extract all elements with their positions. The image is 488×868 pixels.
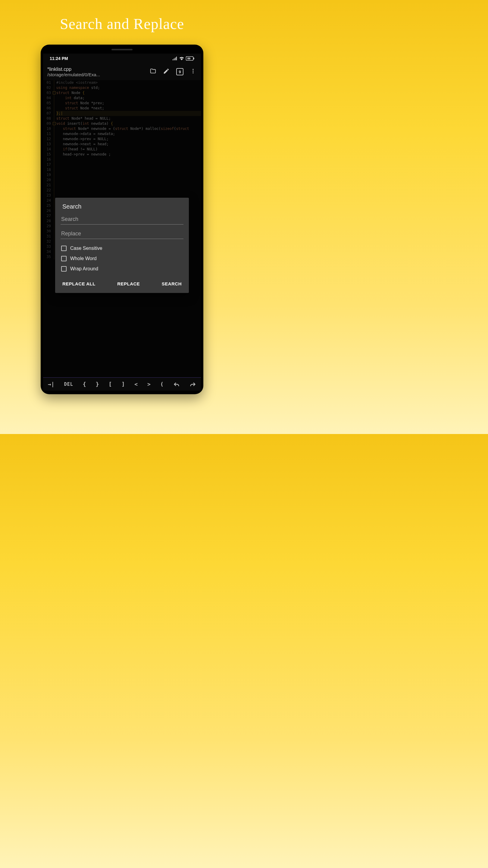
replace-all-button[interactable]: REPLACE ALL [61,279,97,289]
code-line[interactable] [56,193,201,198]
dialog-title: Search [61,203,184,210]
tab-key[interactable]: →| [46,380,56,389]
code-line[interactable]: struct Node *prev; [56,101,201,106]
case-sensitive-option[interactable]: Case Sensitive [61,243,184,253]
code-line[interactable] [56,173,201,178]
checkbox-icon [61,256,67,261]
code-line[interactable]: using namespace std; [56,85,201,90]
gt-key[interactable]: > [145,380,153,389]
lt-key[interactable]: < [133,380,139,389]
edit-icon[interactable] [163,68,170,76]
more-icon[interactable] [190,68,196,76]
symbol-toolbar: →| DEL { } [ ] < > ( [43,377,201,391]
code-line[interactable]: head->prev = newnode ; [56,152,201,157]
svg-point-3 [193,70,193,71]
wrap-around-option[interactable]: Wrap Around [61,264,184,274]
wifi-icon [179,57,184,60]
undo-icon[interactable] [171,380,182,388]
paren-open-key[interactable]: ( [158,380,165,389]
bracket-open-key[interactable]: [ [107,380,114,389]
code-line[interactable] [56,178,201,183]
brace-open-key[interactable]: { [81,380,88,389]
code-line[interactable] [56,157,201,162]
file-path: /storage/emulated/0/Exa... [47,72,150,77]
code-line[interactable]: newnode->prev = NULL; [56,136,201,142]
svg-point-4 [193,72,193,73]
checkbox-icon [61,246,67,251]
redo-icon[interactable] [188,380,198,388]
code-line[interactable]: #include <iostream> [56,80,201,85]
case-sensitive-label: Case Sensitive [70,246,102,251]
status-bar: 11:24 PM 89 [43,54,201,63]
code-line[interactable]: struct Node *next; [56,106,201,111]
folder-icon[interactable] [150,68,156,76]
battery-icon: 89 [186,56,194,61]
phone-frame: 11:24 PM 89 *linklist [41,44,203,394]
page-title: Search and Replace [60,15,184,33]
wrap-around-label: Wrap Around [70,266,98,272]
signal-icon [173,57,177,60]
code-editor[interactable]: 0102030405060708091011121314151617181920… [43,80,201,377]
code-line[interactable]: };| [56,111,201,116]
svg-point-2 [193,69,193,70]
svg-rect-1 [194,58,194,59]
tab-count[interactable]: 9 [176,68,184,75]
code-line[interactable]: struct Node* head = NULL; [56,116,201,121]
status-time: 11:24 PM [50,56,68,61]
code-line[interactable]: newnode->next = head; [56,142,201,147]
replace-input[interactable] [61,229,184,239]
whole-word-label: Whole Word [70,256,97,261]
code-line[interactable] [56,188,201,193]
search-input[interactable] [61,214,184,224]
phone-speaker [111,49,133,50]
code-line[interactable]: void insert(int newdata) { [56,121,201,126]
phone-screen: 11:24 PM 89 *linklist [43,54,201,391]
code-line[interactable] [56,162,201,167]
brace-close-key[interactable]: } [94,380,101,389]
whole-word-option[interactable]: Whole Word [61,253,184,264]
checkbox-icon [61,266,67,272]
search-dialog: Search Case Sensitive Whole Word Wrap Ar… [55,198,189,293]
code-line[interactable]: struct Node { [56,90,201,96]
code-line[interactable]: newnode->data = newdata; [56,131,201,136]
code-line[interactable]: if(head != NULL) [56,147,201,152]
file-name: *linklist.cpp [47,67,150,72]
code-line[interactable]: struct Node* newnode = (struct Node*) ma… [56,126,201,131]
code-line[interactable]: int data; [56,96,201,101]
bracket-close-key[interactable]: ] [120,380,127,389]
search-button[interactable]: SEARCH [161,279,183,289]
del-key[interactable]: DEL [62,380,75,388]
replace-button[interactable]: REPLACE [116,279,141,289]
code-line[interactable] [56,183,201,188]
app-bar: *linklist.cpp /storage/emulated/0/Exa...… [43,63,201,80]
code-line[interactable] [56,167,201,173]
